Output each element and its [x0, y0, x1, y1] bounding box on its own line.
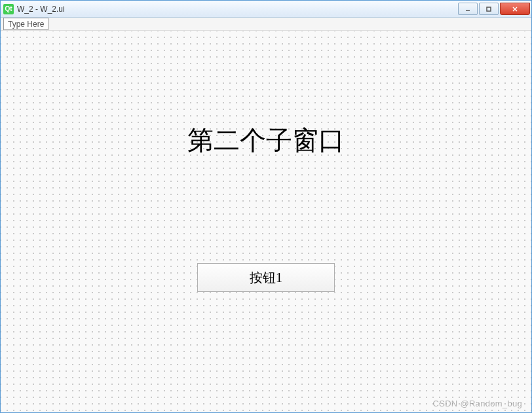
qt-app-icon: Qt [3, 4, 14, 14]
button-1[interactable]: 按钮1 [197, 263, 335, 292]
window-controls [457, 3, 530, 15]
menu-type-here-input[interactable]: Type Here [3, 18, 48, 30]
titlebar[interactable]: Qt W_2 - W_2.ui [1, 1, 531, 18]
menubar[interactable]: Type Here [1, 18, 531, 31]
designer-canvas[interactable]: 第二个子窗口 按钮1 CSDN @Random_bug [1, 31, 531, 412]
svg-rect-1 [487, 7, 491, 11]
heading-label: 第二个子窗口 [187, 122, 345, 158]
minimize-button[interactable] [458, 3, 478, 15]
maximize-button[interactable] [479, 3, 499, 15]
window-title: W_2 - W_2.ui [17, 5, 457, 14]
window-frame: Qt W_2 - W_2.ui Type Here 第二个子窗口 按钮1 CSD… [0, 0, 532, 413]
close-button[interactable] [500, 3, 530, 15]
watermark-text: CSDN @Random_bug [432, 399, 522, 408]
